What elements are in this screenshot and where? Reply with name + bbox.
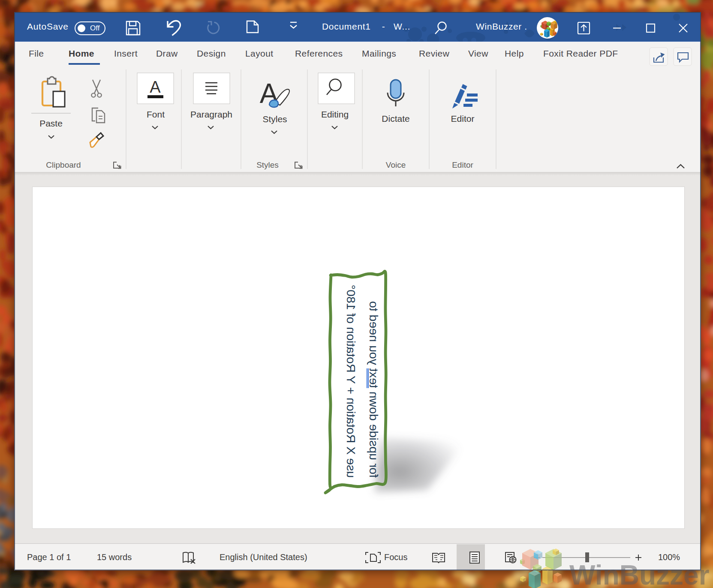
svg-text:A: A (150, 78, 161, 96)
